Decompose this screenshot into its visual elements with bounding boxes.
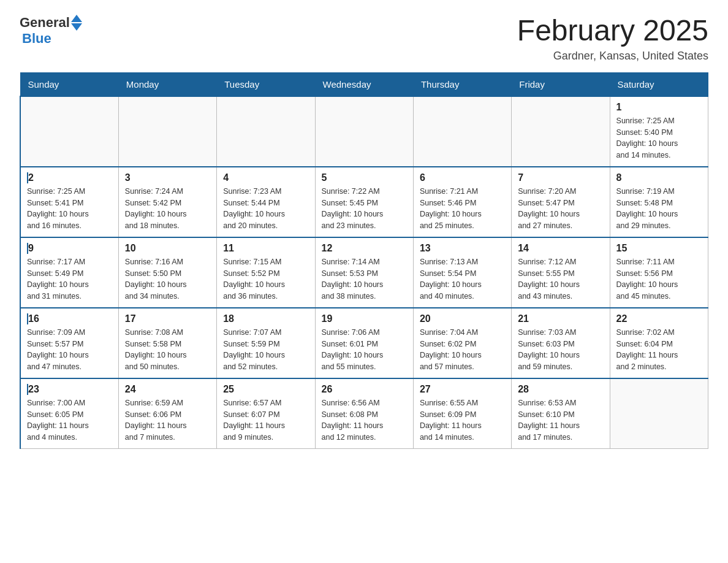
day-number: 17 bbox=[125, 313, 210, 324]
calendar-cell bbox=[217, 96, 315, 167]
calendar-table: SundayMondayTuesdayWednesdayThursdayFrid… bbox=[20, 72, 708, 449]
day-number: 21 bbox=[518, 313, 603, 324]
calendar-cell: 4Sunrise: 7:23 AM Sunset: 5:44 PM Daylig… bbox=[217, 167, 315, 237]
calendar-cell: 16Sunrise: 7:09 AM Sunset: 5:57 PM Dayli… bbox=[20, 308, 118, 378]
day-number: 7 bbox=[518, 172, 603, 183]
day-info: Sunrise: 7:14 AM Sunset: 5:53 PM Dayligh… bbox=[322, 256, 407, 302]
day-info: Sunrise: 7:23 AM Sunset: 5:44 PM Dayligh… bbox=[223, 186, 308, 232]
week-row: 23Sunrise: 7:00 AM Sunset: 6:05 PM Dayli… bbox=[20, 378, 708, 449]
calendar-cell: 12Sunrise: 7:14 AM Sunset: 5:53 PM Dayli… bbox=[315, 237, 413, 308]
day-number: 14 bbox=[518, 243, 603, 254]
calendar-cell: 2Sunrise: 7:25 AM Sunset: 5:41 PM Daylig… bbox=[20, 167, 118, 237]
calendar-cell: 7Sunrise: 7:20 AM Sunset: 5:47 PM Daylig… bbox=[512, 167, 610, 237]
calendar-cell: 1Sunrise: 7:25 AM Sunset: 5:40 PM Daylig… bbox=[610, 96, 708, 167]
day-info: Sunrise: 7:11 AM Sunset: 5:56 PM Dayligh… bbox=[616, 256, 702, 302]
calendar-cell: 18Sunrise: 7:07 AM Sunset: 5:59 PM Dayli… bbox=[217, 308, 315, 378]
day-info: Sunrise: 7:13 AM Sunset: 5:54 PM Dayligh… bbox=[420, 256, 505, 302]
week-row: 1Sunrise: 7:25 AM Sunset: 5:40 PM Daylig… bbox=[20, 96, 708, 167]
day-info: Sunrise: 7:02 AM Sunset: 6:04 PM Dayligh… bbox=[616, 327, 702, 373]
day-info: Sunrise: 7:20 AM Sunset: 5:47 PM Dayligh… bbox=[518, 186, 603, 232]
day-number: 5 bbox=[322, 172, 407, 183]
calendar-day-header: Friday bbox=[512, 72, 610, 96]
day-info: Sunrise: 7:03 AM Sunset: 6:03 PM Dayligh… bbox=[518, 327, 603, 373]
day-info: Sunrise: 7:17 AM Sunset: 5:49 PM Dayligh… bbox=[27, 256, 112, 302]
calendar-day-header: Monday bbox=[118, 72, 216, 96]
day-info: Sunrise: 7:19 AM Sunset: 5:48 PM Dayligh… bbox=[616, 186, 702, 232]
calendar-cell: 28Sunrise: 6:53 AM Sunset: 6:10 PM Dayli… bbox=[512, 378, 610, 449]
calendar-cell: 6Sunrise: 7:21 AM Sunset: 5:46 PM Daylig… bbox=[413, 167, 511, 237]
day-number: 6 bbox=[420, 172, 505, 183]
calendar-cell: 20Sunrise: 7:04 AM Sunset: 6:02 PM Dayli… bbox=[413, 308, 511, 378]
day-number: 19 bbox=[322, 313, 407, 324]
day-number: 28 bbox=[518, 384, 603, 395]
calendar-cell: 14Sunrise: 7:12 AM Sunset: 5:55 PM Dayli… bbox=[512, 237, 610, 308]
day-info: Sunrise: 6:53 AM Sunset: 6:10 PM Dayligh… bbox=[518, 397, 603, 443]
calendar-cell: 10Sunrise: 7:16 AM Sunset: 5:50 PM Dayli… bbox=[118, 237, 216, 308]
day-info: Sunrise: 7:25 AM Sunset: 5:41 PM Dayligh… bbox=[27, 186, 112, 232]
logo-triangle-down-icon bbox=[71, 23, 82, 31]
calendar-cell: 15Sunrise: 7:11 AM Sunset: 5:56 PM Dayli… bbox=[610, 237, 708, 308]
day-number: 20 bbox=[420, 313, 505, 324]
day-number: 25 bbox=[223, 384, 308, 395]
day-info: Sunrise: 7:15 AM Sunset: 5:52 PM Dayligh… bbox=[223, 256, 308, 302]
calendar-cell: 26Sunrise: 6:56 AM Sunset: 6:08 PM Dayli… bbox=[315, 378, 413, 449]
day-info: Sunrise: 6:55 AM Sunset: 6:09 PM Dayligh… bbox=[420, 397, 505, 443]
day-info: Sunrise: 7:25 AM Sunset: 5:40 PM Dayligh… bbox=[616, 115, 702, 161]
day-info: Sunrise: 7:06 AM Sunset: 6:01 PM Dayligh… bbox=[322, 327, 407, 373]
logo-triangle-up-icon bbox=[71, 15, 82, 22]
day-number: 9 bbox=[27, 243, 112, 254]
day-info: Sunrise: 7:08 AM Sunset: 5:58 PM Dayligh… bbox=[125, 327, 210, 373]
day-info: Sunrise: 7:12 AM Sunset: 5:55 PM Dayligh… bbox=[518, 256, 603, 302]
day-number: 23 bbox=[27, 384, 112, 395]
day-info: Sunrise: 7:09 AM Sunset: 5:57 PM Dayligh… bbox=[27, 327, 112, 373]
day-info: Sunrise: 7:04 AM Sunset: 6:02 PM Dayligh… bbox=[420, 327, 505, 373]
calendar-cell: 13Sunrise: 7:13 AM Sunset: 5:54 PM Dayli… bbox=[413, 237, 511, 308]
day-info: Sunrise: 7:22 AM Sunset: 5:45 PM Dayligh… bbox=[322, 186, 407, 232]
page-header: General Blue February 2025 Gardner, Kans… bbox=[20, 15, 708, 63]
calendar-cell bbox=[413, 96, 511, 167]
calendar-cell: 5Sunrise: 7:22 AM Sunset: 5:45 PM Daylig… bbox=[315, 167, 413, 237]
month-title: February 2025 bbox=[517, 15, 708, 47]
day-info: Sunrise: 6:56 AM Sunset: 6:08 PM Dayligh… bbox=[322, 397, 407, 443]
calendar-header-row: SundayMondayTuesdayWednesdayThursdayFrid… bbox=[20, 72, 708, 96]
location-text: Gardner, Kansas, United States bbox=[517, 50, 708, 63]
day-number: 8 bbox=[616, 172, 702, 183]
calendar-cell: 23Sunrise: 7:00 AM Sunset: 6:05 PM Dayli… bbox=[20, 378, 118, 449]
calendar-cell: 22Sunrise: 7:02 AM Sunset: 6:04 PM Dayli… bbox=[610, 308, 708, 378]
day-number: 22 bbox=[616, 313, 702, 324]
week-row: 9Sunrise: 7:17 AM Sunset: 5:49 PM Daylig… bbox=[20, 237, 708, 308]
day-number: 16 bbox=[27, 313, 112, 324]
calendar-day-header: Saturday bbox=[610, 72, 708, 96]
calendar-cell bbox=[315, 96, 413, 167]
calendar-cell: 24Sunrise: 6:59 AM Sunset: 6:06 PM Dayli… bbox=[118, 378, 216, 449]
day-info: Sunrise: 7:07 AM Sunset: 5:59 PM Dayligh… bbox=[223, 327, 308, 373]
calendar-day-header: Wednesday bbox=[315, 72, 413, 96]
logo-general-text: General bbox=[20, 15, 70, 31]
day-info: Sunrise: 6:59 AM Sunset: 6:06 PM Dayligh… bbox=[125, 397, 210, 443]
calendar-cell: 17Sunrise: 7:08 AM Sunset: 5:58 PM Dayli… bbox=[118, 308, 216, 378]
day-number: 27 bbox=[420, 384, 505, 395]
day-number: 26 bbox=[322, 384, 407, 395]
calendar-cell bbox=[512, 96, 610, 167]
calendar-cell: 11Sunrise: 7:15 AM Sunset: 5:52 PM Dayli… bbox=[217, 237, 315, 308]
calendar-day-header: Tuesday bbox=[217, 72, 315, 96]
day-number: 10 bbox=[125, 243, 210, 254]
calendar-cell: 27Sunrise: 6:55 AM Sunset: 6:09 PM Dayli… bbox=[413, 378, 511, 449]
calendar-cell: 3Sunrise: 7:24 AM Sunset: 5:42 PM Daylig… bbox=[118, 167, 216, 237]
calendar-cell bbox=[20, 96, 118, 167]
week-row: 2Sunrise: 7:25 AM Sunset: 5:41 PM Daylig… bbox=[20, 167, 708, 237]
calendar-day-header: Sunday bbox=[20, 72, 118, 96]
calendar-cell: 25Sunrise: 6:57 AM Sunset: 6:07 PM Dayli… bbox=[217, 378, 315, 449]
day-number: 12 bbox=[322, 243, 407, 254]
day-number: 4 bbox=[223, 172, 308, 183]
calendar-cell: 19Sunrise: 7:06 AM Sunset: 6:01 PM Dayli… bbox=[315, 308, 413, 378]
day-number: 3 bbox=[125, 172, 210, 183]
day-number: 13 bbox=[420, 243, 505, 254]
logo-blue-text: Blue bbox=[22, 31, 51, 46]
week-row: 16Sunrise: 7:09 AM Sunset: 5:57 PM Dayli… bbox=[20, 308, 708, 378]
calendar-cell bbox=[118, 96, 216, 167]
day-info: Sunrise: 7:24 AM Sunset: 5:42 PM Dayligh… bbox=[125, 186, 210, 232]
day-info: Sunrise: 7:16 AM Sunset: 5:50 PM Dayligh… bbox=[125, 256, 210, 302]
day-number: 2 bbox=[27, 172, 112, 183]
day-number: 15 bbox=[616, 243, 702, 254]
